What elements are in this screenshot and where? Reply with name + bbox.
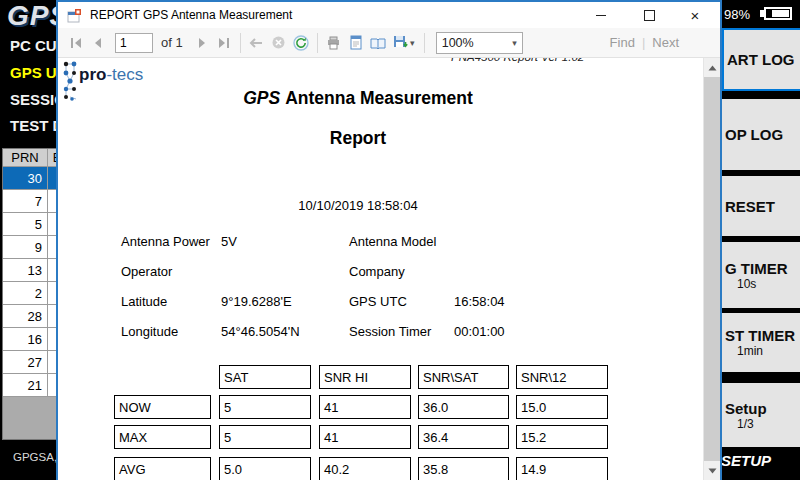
- table-row[interactable]: 27: [3, 351, 63, 374]
- battery-percent: 98%: [724, 7, 750, 22]
- stop-rendering-button[interactable]: [270, 32, 288, 54]
- first-page-button[interactable]: [67, 32, 85, 54]
- window-title: REPORT GPS Antenna Measurement: [90, 8, 292, 22]
- next-page-button[interactable]: [193, 32, 211, 54]
- table-row[interactable]: 16: [3, 328, 63, 351]
- page-setup-button[interactable]: [369, 32, 387, 54]
- page-setup-icon: [370, 36, 386, 50]
- report-page: PNA4500 Report Ver 1.02 pro-tecs GPSAnte…: [58, 58, 720, 480]
- page-number-input[interactable]: [115, 33, 153, 53]
- maximize-button[interactable]: [638, 2, 660, 28]
- setup-button[interactable]: Setup 1/3: [722, 383, 800, 447]
- table-header-snr-hi: SNR HI: [319, 365, 411, 389]
- print-button[interactable]: [325, 32, 343, 54]
- zoom-level: 100%: [442, 36, 474, 50]
- print-layout-button[interactable]: [347, 32, 365, 54]
- table-cell: 41: [319, 395, 411, 419]
- field-row: Operator Company: [58, 264, 658, 280]
- table-header-snr-sat: SNR\SAT: [418, 365, 509, 389]
- table-cell: 15.0: [516, 395, 608, 419]
- minimize-icon: [596, 15, 606, 16]
- page-count-label: of 1: [161, 35, 183, 50]
- table-cell: 36.4: [418, 425, 509, 449]
- vertical-scrollbar[interactable]: [703, 58, 720, 480]
- previous-page-button[interactable]: [89, 32, 107, 54]
- report-version-note: PNA4500 Report Ver 1.02: [451, 58, 584, 63]
- reset-button[interactable]: RESET: [722, 176, 800, 236]
- back-button[interactable]: [248, 32, 266, 54]
- table-row[interactable]: 5: [3, 213, 63, 236]
- toolbar-separator: [317, 33, 318, 53]
- next-page-icon: [195, 36, 209, 50]
- scroll-down-icon[interactable]: [704, 462, 720, 479]
- back-arrow-icon: [249, 37, 264, 49]
- refresh-icon: [293, 35, 309, 51]
- stop-log-button[interactable]: OP LOG: [722, 99, 800, 170]
- satellite-table: PRN E 30 7 5 9 13 2 28 16 27 21: [2, 148, 64, 440]
- battery-icon: [760, 7, 794, 20]
- find-separator: |: [642, 35, 645, 50]
- table-cell: 15.2: [516, 425, 608, 449]
- last-page-button[interactable]: [215, 32, 233, 54]
- table-header-sat: SAT: [219, 365, 311, 389]
- export-dropdown-caret: ▾: [410, 38, 415, 48]
- close-icon: ×: [691, 8, 700, 23]
- test-timer-button[interactable]: ST TIMER 1min: [722, 313, 800, 372]
- start-log-button[interactable]: ART LOG: [722, 28, 800, 91]
- table-row[interactable]: 13: [3, 259, 63, 282]
- table-cell: 40.2: [319, 457, 411, 480]
- protecs-logo: pro-tecs: [79, 65, 143, 85]
- report-title-line2: Report: [58, 128, 658, 149]
- table-cell: 41: [319, 425, 411, 449]
- chevron-down-icon: ▾: [512, 38, 517, 48]
- table-cell: 5: [219, 395, 311, 419]
- close-button[interactable]: ×: [684, 2, 706, 28]
- table-row[interactable]: 28: [3, 305, 63, 328]
- report-title-line1: GPSAntenna Measurement: [58, 88, 658, 109]
- table-cell: 14.9: [516, 457, 608, 480]
- toolbar-separator: [240, 33, 241, 53]
- prn-column-header[interactable]: PRN: [3, 149, 48, 166]
- titlebar[interactable]: REPORT GPS Antenna Measurement ×: [58, 2, 720, 28]
- refresh-button[interactable]: [292, 32, 310, 54]
- field-row: Longitude 54°46.5054'N Session Timer 00:…: [58, 324, 658, 340]
- first-page-icon: [69, 36, 83, 50]
- table-cell: 5.0: [219, 457, 311, 480]
- setup-footer-label: SETUP: [721, 452, 771, 469]
- field-row: Latitude 9°19.6288'E GPS UTC 16:58:04: [58, 294, 658, 310]
- table-row[interactable]: 21: [3, 374, 63, 397]
- find-button[interactable]: Find: [610, 35, 635, 50]
- export-button[interactable]: ▾: [391, 32, 417, 54]
- scroll-up-icon[interactable]: [704, 59, 720, 76]
- print-layout-icon: [349, 35, 363, 50]
- report-timestamp: 10/10/2019 18:58:04: [58, 198, 658, 213]
- row-label-now: NOW: [114, 395, 211, 419]
- maximize-icon: [644, 10, 655, 21]
- table-row[interactable]: 9: [3, 236, 63, 259]
- previous-page-icon: [91, 36, 105, 50]
- satellite-table-header: PRN E: [3, 149, 63, 167]
- table-cell: 36.0: [418, 395, 509, 419]
- table-row[interactable]: 2: [3, 282, 63, 305]
- last-page-icon: [217, 36, 231, 50]
- cancel-icon: [271, 35, 286, 50]
- scrollbar-thumb[interactable]: [704, 77, 720, 461]
- table-row[interactable]: 30: [3, 167, 63, 190]
- table-row[interactable]: 7: [3, 190, 63, 213]
- table-header-snr-12: SNR\12: [516, 365, 608, 389]
- table-cell: 35.8: [418, 457, 509, 480]
- zoom-select[interactable]: 100% ▾: [436, 32, 523, 54]
- log-timer-button[interactable]: G TIMER 10s: [722, 242, 800, 308]
- field-row: Antenna Power 5V Antenna Model: [58, 234, 658, 250]
- row-label-max: MAX: [114, 425, 211, 449]
- table-cell: 5: [219, 425, 311, 449]
- find-next-button[interactable]: Next: [652, 35, 679, 50]
- minimize-button[interactable]: [590, 2, 612, 28]
- toolbar-separator: [424, 33, 425, 53]
- printer-icon: [326, 36, 341, 50]
- row-label-avg: AVG: [114, 457, 211, 480]
- report-window-icon: [67, 8, 82, 23]
- report-window: REPORT GPS Antenna Measurement × of 1: [56, 0, 722, 480]
- export-save-icon: [393, 35, 408, 50]
- report-toolbar: of 1 ▾ 100%: [58, 28, 720, 58]
